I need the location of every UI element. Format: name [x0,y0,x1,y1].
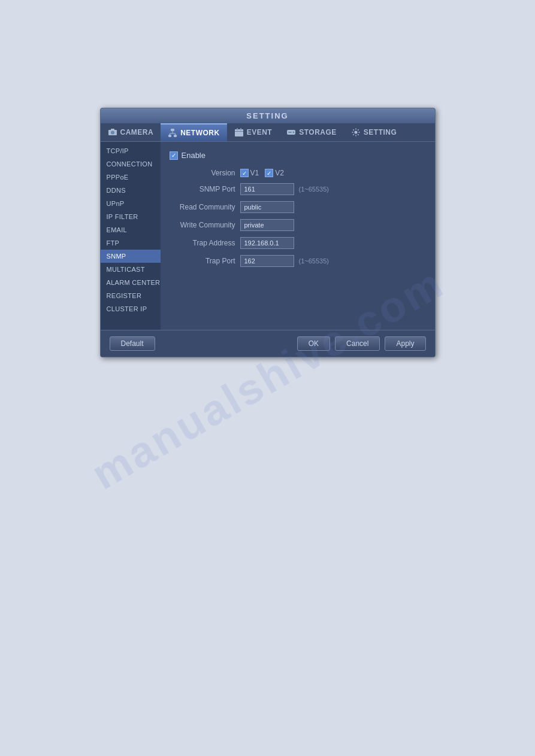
svg-point-17 [354,131,357,134]
content-area: TCP/IP CONNECTION PPPoE DDNS UPnP IP FIL… [101,142,435,330]
v1-label: V1 [250,169,259,177]
tab-storage[interactable]: STORAGE [279,123,344,141]
write-community-label: Write Community [170,221,235,229]
trap-address-row: Trap Address [170,237,426,249]
ok-button[interactable]: OK [297,336,330,351]
tab-camera-label: CAMERA [120,128,154,136]
version-checks: ✓ V1 ✓ V2 [240,169,284,177]
v2-checkbox[interactable]: ✓ [265,169,273,177]
svg-rect-2 [111,129,114,130]
default-button[interactable]: Default [110,336,155,351]
btn-group-right: OK Cancel Apply [297,336,426,351]
sidebar-item-ddns[interactable]: DDNS [101,184,161,197]
trap-address-input[interactable] [240,237,294,249]
tab-network[interactable]: NETWORK [161,123,227,141]
storage-icon [286,127,296,137]
sidebar-item-email[interactable]: EMAIL [101,223,161,236]
trap-port-row: Trap Port (1~65535) [170,255,426,267]
sidebar-item-clusterip[interactable]: CLUSTER IP [101,302,161,315]
read-community-label: Read Community [170,203,235,211]
trap-port-label: Trap Port [170,257,235,265]
camera-icon [108,127,117,137]
gear-icon [351,127,361,137]
svg-rect-5 [174,135,177,137]
enable-label: Enable [182,151,205,160]
cancel-button[interactable]: Cancel [335,336,380,351]
sidebar-item-register[interactable]: REGISTER [101,289,161,302]
tab-network-label: NETWORK [180,129,220,137]
svg-rect-4 [168,135,171,137]
enable-checkbox[interactable]: ✓ [170,151,178,160]
svg-point-15 [293,132,295,133]
version-label: Version [170,169,235,177]
snmp-port-input[interactable] [240,183,294,195]
sidebar-item-ftp[interactable]: FTP [101,236,161,250]
tab-storage-label: STORAGE [299,128,337,136]
enable-row: ✓ Enable [170,151,426,160]
tab-setting-label: SETTING [364,128,397,136]
trap-port-input[interactable] [240,255,294,267]
tab-event[interactable]: EVENT [227,123,280,141]
sidebar-item-snmp[interactable]: SNMP [101,250,161,263]
tab-setting[interactable]: SETTING [344,123,404,141]
v2-check-item: ✓ V2 [265,169,284,177]
sidebar-item-tcpip[interactable]: TCP/IP [101,144,161,157]
read-community-input[interactable] [240,201,294,213]
read-community-row: Read Community [170,201,426,213]
sidebar-item-pppoe[interactable]: PPPoE [101,171,161,184]
snmp-port-row: SNMP Port (1~65535) [170,183,426,195]
v2-label: V2 [275,169,284,177]
event-icon [234,127,244,137]
trap-address-label: Trap Address [170,239,235,247]
svg-rect-16 [288,132,292,133]
svg-rect-13 [235,131,243,132]
v1-checkbox[interactable]: ✓ [240,169,249,177]
network-icon [168,128,177,138]
snmp-port-hint: (1~65535) [299,186,329,193]
sidebar-item-upnp[interactable]: UPnP [101,197,161,210]
v1-check-item: ✓ V1 [240,169,259,177]
dialog-title: SETTING [101,108,435,123]
write-community-input[interactable] [240,219,294,231]
sidebar: TCP/IP CONNECTION PPPoE DDNS UPnP IP FIL… [101,142,161,330]
svg-point-1 [111,131,114,135]
sidebar-item-ipfilter[interactable]: IP FILTER [101,210,161,223]
snmp-port-label: SNMP Port [170,185,235,193]
sidebar-item-multicast[interactable]: MULTICAST [101,263,161,276]
svg-rect-12 [240,128,241,130]
svg-rect-10 [235,129,243,136]
tab-camera[interactable]: CAMERA [101,123,161,141]
svg-rect-3 [171,129,174,131]
sidebar-item-connection[interactable]: CONNECTION [101,157,161,171]
version-row: Version ✓ V1 ✓ V2 [170,169,426,177]
settings-dialog: SETTING CAMERA NETWORK EVENT [100,108,436,357]
main-panel: ✓ Enable Version ✓ V1 ✓ V2 [161,142,435,330]
svg-rect-11 [237,128,238,130]
trap-port-hint: (1~65535) [299,257,329,265]
button-bar: Default OK Cancel Apply [101,330,435,357]
apply-button[interactable]: Apply [385,336,425,351]
write-community-row: Write Community [170,219,426,231]
tab-bar: CAMERA NETWORK EVENT STORAGE [101,123,435,142]
tab-event-label: EVENT [247,128,273,136]
sidebar-item-alarmcenter[interactable]: ALARM CENTER [101,276,161,289]
